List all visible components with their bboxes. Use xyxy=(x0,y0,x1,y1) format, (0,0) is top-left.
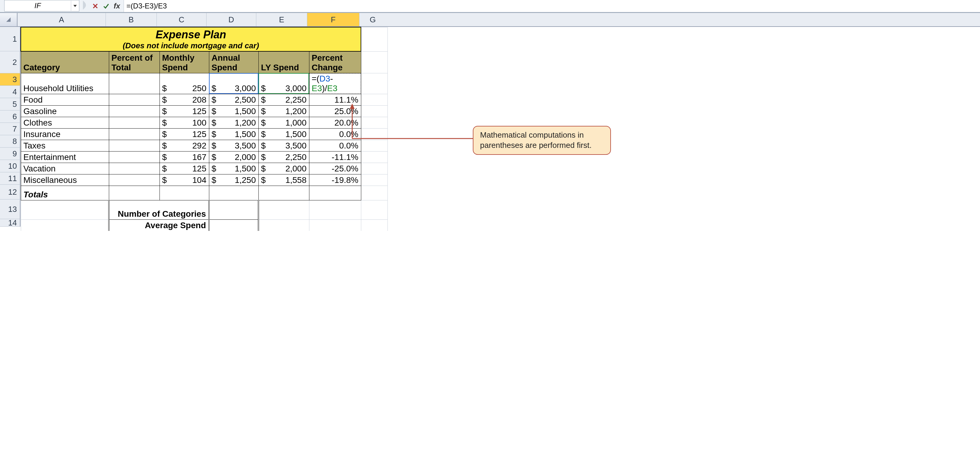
cell-D7[interactable]: $1,500 xyxy=(209,128,258,140)
name-box-dropdown-icon[interactable] xyxy=(71,1,79,11)
cell-C8[interactable]: $292 xyxy=(159,140,209,151)
cell-F7[interactable]: 0.0% xyxy=(309,128,361,140)
cells-area[interactable]: Expense Plan (Does not include mortgage … xyxy=(21,27,388,231)
cell-A5[interactable]: Gasoline xyxy=(21,105,109,117)
cell-B12[interactable] xyxy=(109,186,159,200)
cell-D6[interactable]: $1,200 xyxy=(209,117,258,128)
row-header-6[interactable]: 6 xyxy=(0,110,21,123)
cell-D11[interactable]: $1,250 xyxy=(209,174,258,186)
cell-C11[interactable]: $104 xyxy=(159,174,209,186)
cell-A8[interactable]: Taxes xyxy=(21,140,109,151)
row-header-12[interactable]: 12 xyxy=(0,185,21,199)
cell-F6[interactable]: 20.0% xyxy=(309,117,361,128)
cell-B8[interactable] xyxy=(109,140,159,151)
cell-F11[interactable]: -19.8% xyxy=(309,174,361,186)
cell-G3[interactable] xyxy=(361,73,388,94)
row-header-8[interactable]: 8 xyxy=(0,135,21,148)
formula-input[interactable]: =(D3-E3)/E3 xyxy=(124,0,980,12)
row-header-3[interactable]: 3 xyxy=(0,73,21,86)
row-header-11[interactable]: 11 xyxy=(0,172,21,185)
cell-avg-spend[interactable]: Average Spend xyxy=(109,219,209,231)
cell-C7[interactable]: $125 xyxy=(159,128,209,140)
hdr-percent-total[interactable]: Percent of Total xyxy=(109,51,159,73)
col-header-A[interactable]: A xyxy=(18,13,106,26)
cell-F3-formula[interactable]: =(D3-E3)/E3 xyxy=(309,73,361,94)
col-header-C[interactable]: C xyxy=(157,13,207,26)
cell-B7[interactable] xyxy=(109,128,159,140)
hdr-category[interactable]: Category xyxy=(21,51,109,73)
hdr-annual[interactable]: Annual Spend xyxy=(209,51,258,73)
cell-C9[interactable]: $167 xyxy=(159,151,209,163)
cell-G14[interactable] xyxy=(361,219,388,231)
cell-C12[interactable] xyxy=(159,186,209,200)
cell-G8[interactable] xyxy=(361,140,388,151)
cell-G7[interactable] xyxy=(361,128,388,140)
cell-A7[interactable]: Insurance xyxy=(21,128,109,140)
cell-E5[interactable]: $1,200 xyxy=(258,105,309,117)
cell-C4[interactable]: $208 xyxy=(159,94,209,105)
cell-G10[interactable] xyxy=(361,163,388,174)
cell-E10[interactable]: $2,000 xyxy=(258,163,309,174)
hdr-ly[interactable]: LY Spend xyxy=(258,51,309,73)
cell-B5[interactable] xyxy=(109,105,159,117)
cell-D5[interactable]: $1,500 xyxy=(209,105,258,117)
cell-B9[interactable] xyxy=(109,151,159,163)
name-box[interactable]: IF xyxy=(4,0,79,11)
row-header-13[interactable]: 13 xyxy=(0,199,21,219)
cell-E7[interactable]: $1,500 xyxy=(258,128,309,140)
fx-label[interactable]: fx xyxy=(114,2,120,10)
select-all-button[interactable] xyxy=(0,13,18,26)
cell-D13[interactable] xyxy=(209,200,258,219)
cell-D9[interactable]: $2,000 xyxy=(209,151,258,163)
cell-F14[interactable] xyxy=(309,219,361,231)
enter-button[interactable] xyxy=(101,1,111,11)
col-header-G[interactable]: G xyxy=(360,13,386,26)
cell-G6[interactable] xyxy=(361,117,388,128)
cell-F12[interactable] xyxy=(309,186,361,200)
cell-C10[interactable]: $125 xyxy=(159,163,209,174)
row-header-4[interactable]: 4 xyxy=(0,86,21,98)
cell-A6[interactable]: Clothes xyxy=(21,117,109,128)
cell-E8[interactable]: $3,500 xyxy=(258,140,309,151)
cell-D10[interactable]: $1,500 xyxy=(209,163,258,174)
cell-G12[interactable] xyxy=(361,186,388,200)
cell-E6[interactable]: $1,000 xyxy=(258,117,309,128)
cell-G4[interactable] xyxy=(361,94,388,105)
cell-C5[interactable]: $125 xyxy=(159,105,209,117)
cell-B6[interactable] xyxy=(109,117,159,128)
cell-E13[interactable] xyxy=(258,200,309,219)
cell-A12[interactable]: Totals xyxy=(21,186,109,200)
col-header-E[interactable]: E xyxy=(256,13,307,26)
cell-E4[interactable]: $2,250 xyxy=(258,94,309,105)
cell-G2[interactable] xyxy=(361,51,388,73)
cell-B10[interactable] xyxy=(109,163,159,174)
row-header-2[interactable]: 2 xyxy=(0,51,21,73)
cell-A13[interactable] xyxy=(21,200,109,219)
cell-C6[interactable]: $100 xyxy=(159,117,209,128)
cell-F8[interactable]: 0.0% xyxy=(309,140,361,151)
cell-A14[interactable] xyxy=(21,219,109,231)
cell-A9[interactable]: Entertainment xyxy=(21,151,109,163)
row-header-7[interactable]: 7 xyxy=(0,123,21,135)
cell-F10[interactable]: -25.0% xyxy=(309,163,361,174)
row-header-10[interactable]: 10 xyxy=(0,160,21,172)
cell-G11[interactable] xyxy=(361,174,388,186)
cell-F4[interactable]: 11.1% xyxy=(309,94,361,105)
cell-D8[interactable]: $3,500 xyxy=(209,140,258,151)
cell-D14[interactable] xyxy=(209,219,258,231)
row-header-9[interactable]: 9 xyxy=(0,148,21,160)
cell-C3[interactable]: $250 xyxy=(159,73,209,94)
cell-E12[interactable] xyxy=(258,186,309,200)
cell-num-categories[interactable]: Number of Categories xyxy=(109,200,209,219)
cell-G5[interactable] xyxy=(361,105,388,117)
cell-E14[interactable] xyxy=(258,219,309,231)
col-header-B[interactable]: B xyxy=(106,13,157,26)
row-header-14[interactable]: 14 xyxy=(0,219,21,227)
cell-G13[interactable] xyxy=(361,200,388,219)
hdr-monthly[interactable]: Monthly Spend xyxy=(159,51,209,73)
cell-D3[interactable]: $3,000 xyxy=(209,73,258,94)
col-header-D[interactable]: D xyxy=(207,13,256,26)
cell-A3[interactable]: Household Utilities xyxy=(21,73,109,94)
cell-D12[interactable] xyxy=(209,186,258,200)
cell-title[interactable]: Expense Plan (Does not include mortgage … xyxy=(21,27,361,51)
